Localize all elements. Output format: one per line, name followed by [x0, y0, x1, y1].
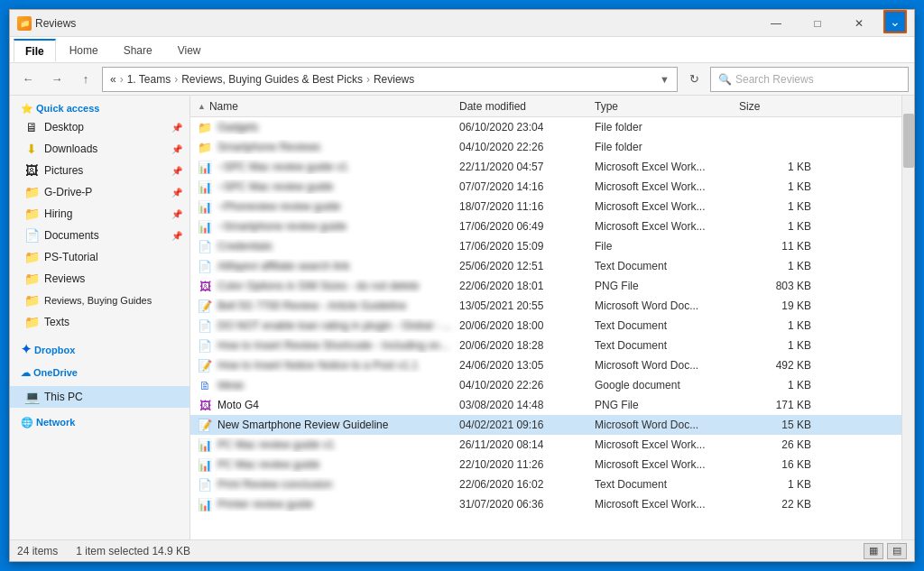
file-size-cell: 16 KB [739, 458, 811, 471]
file-date-cell: 18/07/2020 11:16 [459, 200, 595, 213]
file-size-cell: 1 KB [739, 339, 811, 352]
sidebar: ⭐ Quick access 🖥 Desktop 📌 ⬇ Downloads 📌… [10, 96, 190, 539]
table-row[interactable]: 📝 Bell 5G 7700 Review - Article Guidelin… [190, 296, 901, 316]
table-row[interactable]: 📄 Alifayevi affiliate search link 25/06/… [190, 256, 901, 276]
tab-view[interactable]: View [166, 39, 213, 62]
sidebar-item-gdrive[interactable]: 📁 G-Drive-P 📌 [10, 181, 189, 203]
file-size-cell: 803 KB [739, 280, 811, 292]
sidebar-item-this-pc[interactable]: 💻 This PC [10, 386, 189, 408]
refresh-button[interactable]: ↻ [681, 67, 707, 92]
table-row[interactable]: 🖼 Color Options in SIM Sizes - do not de… [190, 276, 901, 296]
search-icon: 🔍 [718, 73, 732, 86]
file-name-cell: 📄 Alifayevi affiliate search link [198, 259, 459, 273]
file-name-text: Bell 5G 7700 Review - Article Guideline [217, 299, 406, 312]
sidebar-section-network[interactable]: 🌐 Network [10, 413, 189, 430]
status-bar: 24 items 1 item selected 14.9 KB ▦ ▤ [10, 539, 914, 561]
details-view-button[interactable]: ▦ [864, 543, 883, 559]
list-view-button[interactable]: ▤ [887, 543, 907, 559]
table-row[interactable]: 📊 ~Smartphone review guide 17/06/2020 06… [190, 216, 901, 236]
back-button[interactable]: ← [15, 67, 41, 92]
item-count: 24 items [17, 545, 58, 557]
table-row[interactable]: 📁 Smartphone Reviews 04/10/2020 22:26 Fi… [190, 137, 901, 157]
table-row[interactable]: 📊 ~Phoneview review guide 18/07/2020 11:… [190, 197, 901, 216]
up-button[interactable]: ↑ [73, 67, 98, 92]
sidebar-item-texts[interactable]: 📁 Texts [10, 311, 189, 333]
file-name-text: Smartphone Reviews [217, 141, 320, 153]
file-date-cell: 22/06/2020 18:01 [459, 280, 595, 292]
sidebar-section-quick-access[interactable]: ⭐ Quick access [10, 99, 189, 116]
png-icon: 🖼 [198, 398, 212, 412]
file-size-cell: 1 KB [739, 478, 811, 491]
sidebar-section-dropbox[interactable]: ✦ Dropbox [10, 338, 189, 358]
file-name-cell: 📁 Smartphone Reviews [198, 140, 459, 154]
file-type-cell: Text Document [595, 339, 739, 352]
col-header-size[interactable]: Size [739, 100, 811, 113]
file-pane: ▲Name Date modified Type Size 📁 Gadgets … [190, 96, 901, 539]
tab-home[interactable]: Home [58, 39, 110, 62]
scrollbar-thumb[interactable] [903, 114, 914, 168]
table-row[interactable]: 📝 How to Insert Notice Notice to a Post … [190, 355, 901, 375]
table-row[interactable]: 📊 PC Mac review guide 22/10/2020 11:26 M… [190, 455, 901, 474]
file-type-cell: Microsoft Word Doc... [595, 299, 739, 312]
vertical-scrollbar[interactable] [901, 96, 914, 539]
table-row[interactable]: 📄 How to Insert Review Shortcode - Inclu… [190, 336, 901, 355]
sidebar-item-reviews[interactable]: 📁 Reviews [10, 268, 189, 290]
sidebar-item-desktop[interactable]: 🖥 Desktop 📌 [10, 116, 189, 138]
file-name-cell: 🗎 Ideas [198, 378, 459, 392]
sidebar-item-hiring[interactable]: 📁 Hiring 📌 [10, 203, 189, 225]
file-size-cell: 1 KB [739, 161, 811, 173]
file-type-cell: Microsoft Excel Work... [595, 220, 739, 233]
file-name-text: DO NOT enable loan rating in plugin - Gl… [217, 319, 451, 332]
table-row[interactable]: 📝 New Smartphone Review Guideline 04/02/… [190, 415, 901, 435]
file-name-cell: 📊 PC Mac review guide [198, 457, 459, 472]
address-bar[interactable]: « › 1. Teams › Reviews, Buying Guides & … [102, 67, 678, 92]
file-name-text: Color Options in SIM Sizes - do not dele… [217, 280, 419, 292]
table-row[interactable]: 🖼 Moto G4 03/08/2020 14:48 PNG File 171 … [190, 395, 901, 415]
ribbon: File Home Share View [10, 37, 914, 63]
forward-button[interactable]: → [44, 67, 69, 92]
breadcrumb: « › 1. Teams › Reviews, Buying Guides & … [110, 73, 414, 86]
file-name-cell: 📊 ~SPC Mac review guide [198, 180, 459, 194]
col-header-name[interactable]: ▲Name [198, 100, 459, 113]
col-header-type[interactable]: Type [595, 100, 739, 113]
file-explorer-window: 📁 Reviews — □ ✕ ⌄ File Home Share View ←… [9, 9, 915, 562]
file-type-cell: File folder [595, 141, 739, 153]
minimize-button[interactable]: — [755, 10, 797, 37]
table-row[interactable]: 📊 ~SPC Mac review guide v1 22/11/2020 04… [190, 157, 901, 177]
table-row[interactable]: 🗎 Ideas 04/10/2020 22:26 Google document… [190, 375, 901, 395]
sidebar-item-downloads[interactable]: ⬇ Downloads 📌 [10, 138, 189, 160]
table-row[interactable]: 📊 PC Mac review guide v1 26/11/2020 08:1… [190, 435, 901, 455]
col-header-date[interactable]: Date modified [459, 100, 595, 113]
close-button[interactable]: ✕ [838, 10, 880, 37]
desktop-icon: 🖥 [24, 120, 39, 134]
table-row[interactable]: 📄 Print Review conclusion 22/06/2020 16:… [190, 474, 901, 494]
tab-file[interactable]: File [14, 39, 56, 62]
table-row[interactable]: 📁 Gadgets 06/10/2020 23:04 File folder [190, 117, 901, 137]
table-row[interactable]: 📄 Credentials 17/06/2020 15:09 File 11 K… [190, 236, 901, 256]
file-name-cell: 📝 New Smartphone Review Guideline [198, 418, 459, 432]
sidebar-item-pictures[interactable]: 🖼 Pictures 📌 [10, 160, 189, 181]
table-row[interactable]: 📄 DO NOT enable loan rating in plugin - … [190, 316, 901, 336]
file-name-cell: 📄 How to Insert Review Shortcode - Inclu… [198, 338, 459, 353]
sidebar-item-reviews-buying[interactable]: 📁 Reviews, Buying Guides [10, 290, 189, 311]
file-name-text: Credentials [217, 240, 273, 253]
file-name-text: ~SPC Mac review guide v1 [217, 161, 347, 173]
word-icon: 📝 [198, 299, 212, 313]
this-pc-icon: 💻 [24, 390, 39, 404]
file-type-cell: Google document [595, 379, 739, 391]
sidebar-section-onedrive[interactable]: ☁ OneDrive [10, 364, 189, 381]
file-date-cell: 17/06/2020 15:09 [459, 240, 595, 253]
sidebar-item-documents[interactable]: 📄 Documents 📌 [10, 225, 189, 246]
table-row[interactable]: 📊 ~SPC Mac review guide 07/07/2020 14:16… [190, 177, 901, 197]
search-box[interactable]: 🔍 Search Reviews [710, 67, 909, 92]
maximize-button[interactable]: □ [797, 10, 838, 37]
table-row[interactable]: 📊 Printer review guide 31/07/2020 06:36 … [190, 494, 901, 514]
sidebar-item-ps-tutorial[interactable]: 📁 PS-Tutorial [10, 246, 189, 268]
file-name-text: How to Insert Review Shortcode - Includi… [217, 339, 449, 352]
tab-share[interactable]: Share [112, 39, 164, 62]
address-dropdown-button[interactable]: ▼ [660, 74, 670, 85]
file-type-cell: PNG File [595, 399, 739, 411]
file-type-cell: File folder [595, 121, 739, 134]
file-type-cell: Microsoft Excel Work... [595, 200, 739, 213]
ribbon-toggle-button[interactable]: ⌄ [883, 10, 907, 33]
